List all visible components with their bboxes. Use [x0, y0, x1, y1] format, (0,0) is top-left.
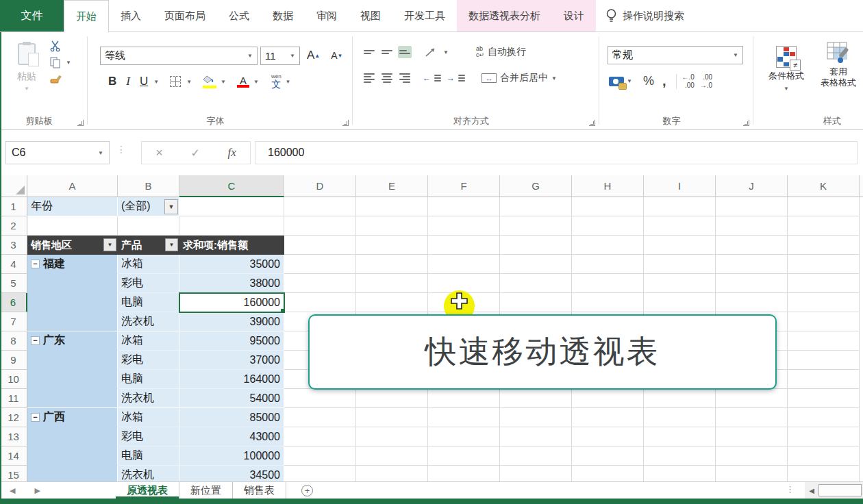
- cell[interactable]: [284, 408, 356, 427]
- collapse-button[interactable]: −: [31, 336, 40, 345]
- sheetbar-separator[interactable]: ⋮: [786, 484, 795, 494]
- copy-dropdown-arrow[interactable]: ▼: [66, 60, 71, 66]
- cell[interactable]: [572, 446, 644, 466]
- cell[interactable]: [428, 197, 500, 216]
- name-box-dropdown-arrow[interactable]: ▼: [98, 150, 103, 156]
- cell[interactable]: [500, 255, 572, 274]
- formula-bar-separator[interactable]: ⋮: [116, 144, 126, 155]
- cell[interactable]: [572, 293, 644, 312]
- font-color-dropdown-arrow[interactable]: ▼: [253, 79, 259, 85]
- cell[interactable]: [500, 427, 572, 446]
- merge-center-button[interactable]: ↔ 合并后居中 ▼: [481, 72, 557, 84]
- filter-field-cell[interactable]: 年份: [27, 197, 118, 216]
- row-header-4[interactable]: 4: [0, 255, 27, 274]
- cell[interactable]: [788, 274, 860, 293]
- pivot-product-cell[interactable]: 洗衣机: [118, 466, 179, 481]
- column-header-C[interactable]: C: [179, 175, 284, 197]
- pivot-value-cell[interactable]: 54000: [179, 389, 284, 408]
- cell[interactable]: [572, 274, 644, 293]
- pivot-header-cell[interactable]: 销售地区▼: [27, 236, 118, 255]
- decrease-font-button[interactable]: A▼: [327, 46, 347, 65]
- cell[interactable]: [644, 293, 716, 312]
- cell[interactable]: [644, 466, 716, 481]
- cell[interactable]: [284, 389, 356, 408]
- filter-button[interactable]: ▼: [165, 238, 178, 251]
- cell[interactable]: [284, 446, 356, 466]
- cell[interactable]: [500, 197, 572, 216]
- underline-dropdown-arrow[interactable]: ▼: [153, 79, 159, 85]
- pivot-header-cell[interactable]: 求和项:销售额: [179, 236, 284, 255]
- tell-me-search[interactable]: 操作说明搜索: [605, 0, 684, 32]
- cut-button[interactable]: [48, 38, 73, 54]
- cell[interactable]: [356, 216, 428, 236]
- increase-font-button[interactable]: A▲: [303, 46, 324, 65]
- filter-value-cell[interactable]: (全部)▼: [118, 197, 179, 216]
- column-header-A[interactable]: A: [27, 175, 118, 197]
- conditional-formatting-dropdown-arrow[interactable]: ▼: [784, 86, 789, 92]
- pivot-region-cell[interactable]: −广东: [27, 331, 118, 351]
- cell[interactable]: [356, 236, 428, 255]
- cell[interactable]: [284, 293, 356, 312]
- cell[interactable]: [572, 255, 644, 274]
- pivot-product-cell[interactable]: 电脑: [118, 446, 179, 466]
- tab-8[interactable]: 开发工具: [392, 0, 457, 32]
- underline-button[interactable]: U: [136, 72, 152, 91]
- percent-style-button[interactable]: %: [643, 74, 654, 88]
- decrease-decimal-button[interactable]: .00 →.0: [700, 73, 712, 89]
- pivot-region-cell[interactable]: −广西: [27, 408, 118, 427]
- pivot-product-cell[interactable]: 冰箱: [118, 255, 179, 274]
- pivot-region-cell[interactable]: [27, 389, 118, 408]
- cell[interactable]: [716, 427, 788, 446]
- row-header-14[interactable]: 14: [0, 446, 27, 466]
- pivot-value-cell[interactable]: 85000: [179, 408, 284, 427]
- cell[interactable]: [716, 216, 788, 236]
- format-painter-button[interactable]: [48, 71, 73, 87]
- cell[interactable]: [284, 216, 356, 236]
- sheet-nav-prev[interactable]: ◀: [0, 482, 25, 499]
- fill-color-dropdown-arrow[interactable]: ▼: [221, 79, 226, 85]
- selected-cell[interactable]: 160000: [179, 293, 284, 312]
- pivot-product-cell[interactable]: 彩电: [118, 351, 179, 370]
- collapse-button[interactable]: −: [31, 413, 40, 422]
- tab-5[interactable]: 数据: [261, 0, 305, 32]
- row-header-3[interactable]: 3: [0, 236, 27, 255]
- cell[interactable]: [356, 197, 428, 216]
- cell[interactable]: [788, 351, 860, 370]
- column-header-D[interactable]: D: [284, 175, 356, 197]
- borders-button[interactable]: [170, 76, 181, 87]
- cancel-button[interactable]: ×: [155, 146, 163, 160]
- pivot-header-cell[interactable]: 产品▼: [118, 236, 179, 255]
- borders-dropdown-arrow[interactable]: ▼: [186, 79, 192, 85]
- cell[interactable]: [284, 466, 356, 481]
- sheet-nav-next[interactable]: ▶: [25, 482, 49, 499]
- tab-2[interactable]: 插入: [109, 0, 153, 32]
- cell[interactable]: [788, 216, 860, 236]
- fill-handle[interactable]: [280, 308, 284, 312]
- name-box[interactable]: C6 ▼: [5, 141, 110, 164]
- row-header-1[interactable]: 1: [0, 197, 27, 216]
- alignment-dialog-launcher[interactable]: [589, 120, 595, 126]
- cell[interactable]: [356, 293, 428, 312]
- cell[interactable]: [428, 389, 500, 408]
- cell[interactable]: [179, 197, 284, 216]
- cell[interactable]: [644, 427, 716, 446]
- cell[interactable]: [27, 216, 118, 236]
- sheet-tab-1[interactable]: 原透视表: [116, 482, 179, 499]
- cell[interactable]: [500, 389, 572, 408]
- cell[interactable]: [716, 446, 788, 466]
- cell[interactable]: [572, 389, 644, 408]
- pivot-region-cell[interactable]: [27, 351, 118, 370]
- pivot-value-cell[interactable]: 39000: [179, 312, 284, 331]
- font-name-select[interactable]: 等线 ▼: [100, 47, 258, 65]
- scrollbar-thumb[interactable]: [818, 484, 862, 496]
- row-header-11[interactable]: 11: [0, 389, 27, 408]
- tab-6[interactable]: 审阅: [305, 0, 349, 32]
- cell[interactable]: [356, 274, 428, 293]
- row-header-8[interactable]: 8: [0, 331, 27, 351]
- tab-9[interactable]: 数据透视表分析: [457, 0, 552, 32]
- column-header-I[interactable]: I: [644, 175, 716, 197]
- cell[interactable]: [284, 255, 356, 274]
- cell[interactable]: [572, 408, 644, 427]
- paste-button[interactable]: 粘贴 ▼: [11, 40, 42, 92]
- insert-function-button[interactable]: fx: [227, 146, 236, 160]
